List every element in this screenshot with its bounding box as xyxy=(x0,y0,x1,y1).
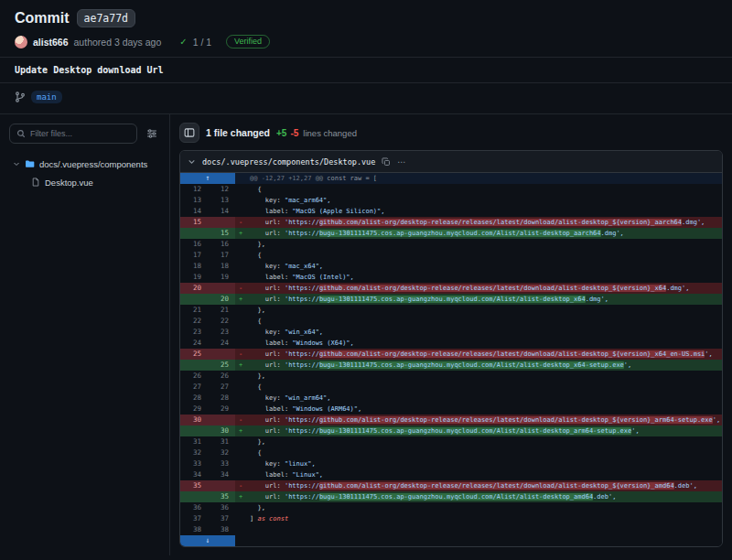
commit-count: 1 / 1 xyxy=(193,37,211,48)
old-line-number[interactable]: 21 xyxy=(180,305,208,316)
code-line: { xyxy=(235,184,722,195)
diff-row: 25- url: 'https://github.com/alist-org/d… xyxy=(180,349,722,360)
old-line-number[interactable]: 25 xyxy=(180,349,208,360)
collapse-chevron-icon[interactable] xyxy=(188,157,196,166)
lines-changed-label: lines changed xyxy=(303,128,357,138)
new-line-number[interactable]: 22 xyxy=(208,316,235,327)
commit-message: Update Desktop download Url xyxy=(0,57,732,83)
old-line-number[interactable]: 13 xyxy=(180,195,208,206)
expand-bottom-row: ↓ xyxy=(180,535,722,546)
new-line-number[interactable]: 21 xyxy=(208,305,235,316)
diff-row: 3737] as const xyxy=(180,513,722,524)
old-line-number[interactable] xyxy=(180,491,208,502)
new-line-number[interactable]: 30 xyxy=(208,425,235,436)
new-line-number[interactable] xyxy=(208,217,235,228)
new-line-number[interactable]: 26 xyxy=(208,371,235,382)
new-line-number[interactable]: 37 xyxy=(208,513,235,524)
new-line-number[interactable]: 36 xyxy=(208,502,235,513)
file-diff-card: docs/.vuepress/components/Desktop.vue ⋯ … xyxy=(179,150,723,547)
old-line-number[interactable]: 15 xyxy=(180,217,208,228)
new-line-number[interactable]: 29 xyxy=(208,404,235,415)
new-line-number[interactable]: 17 xyxy=(208,250,235,261)
new-line-number[interactable]: 35 xyxy=(208,491,235,502)
old-line-number[interactable]: 28 xyxy=(180,393,208,404)
new-line-number[interactable] xyxy=(208,480,235,491)
old-line-number[interactable]: 29 xyxy=(180,404,208,415)
new-line-number[interactable]: 38 xyxy=(208,524,235,535)
tree-file-row[interactable]: Desktop.vue xyxy=(9,173,162,191)
verified-badge[interactable]: Verified xyxy=(226,35,270,48)
old-line-number[interactable]: 31 xyxy=(180,436,208,447)
new-line-number[interactable]: 12 xyxy=(208,184,235,195)
old-line-number[interactable]: 16 xyxy=(180,239,208,250)
new-line-number[interactable]: 18 xyxy=(208,261,235,272)
new-line-number[interactable]: 34 xyxy=(208,469,235,480)
diff-table: ↑ @@ -12,27 +12,27 @@ const raw = [ 1212… xyxy=(180,173,722,546)
old-line-number[interactable]: 17 xyxy=(180,250,208,261)
new-line-number[interactable]: 28 xyxy=(208,393,235,404)
old-line-number[interactable]: 30 xyxy=(180,415,208,425)
old-line-number[interactable] xyxy=(180,425,208,436)
old-line-number[interactable]: 33 xyxy=(180,458,208,469)
old-line-number[interactable]: 19 xyxy=(180,272,208,283)
file-tree-toggle-button[interactable] xyxy=(179,123,199,143)
new-line-number[interactable] xyxy=(208,415,235,425)
file-menu-icon[interactable]: ⋯ xyxy=(397,157,406,167)
expand-down-button[interactable]: ↓ xyxy=(180,535,235,546)
expand-up-button[interactable]: ↑ xyxy=(180,173,235,184)
new-line-number[interactable]: 16 xyxy=(208,239,235,250)
tree-folder-row[interactable]: docs/.vuepress/components xyxy=(9,155,162,173)
file-filter-input[interactable] xyxy=(30,129,130,138)
old-line-number[interactable]: 18 xyxy=(180,261,208,272)
old-line-number[interactable]: 12 xyxy=(180,184,208,195)
old-line-number[interactable]: 26 xyxy=(180,371,208,382)
old-line-number[interactable]: 34 xyxy=(180,469,208,480)
code-line: + url: 'https://bugu-1301111475.cos.ap-g… xyxy=(235,360,722,371)
tree-folder-label: docs/.vuepress/components xyxy=(39,159,147,169)
avatar[interactable] xyxy=(15,36,27,48)
new-line-number[interactable]: 20 xyxy=(208,294,235,305)
old-line-number[interactable]: 22 xyxy=(180,316,208,327)
old-line-number[interactable]: 36 xyxy=(180,502,208,513)
diff-row: 20+ url: 'https://bugu-1301111475.cos.ap… xyxy=(180,294,722,305)
new-line-number[interactable]: 14 xyxy=(208,206,235,217)
old-line-number[interactable] xyxy=(180,294,208,305)
new-line-number[interactable] xyxy=(208,349,235,360)
new-line-number[interactable]: 27 xyxy=(208,382,235,393)
old-line-number[interactable]: 14 xyxy=(180,206,208,217)
file-filter-field[interactable] xyxy=(9,124,137,144)
new-line-number[interactable]: 15 xyxy=(208,228,235,239)
new-line-number[interactable] xyxy=(208,283,235,294)
old-line-number[interactable] xyxy=(180,228,208,239)
author-username[interactable]: alist666 xyxy=(33,37,69,48)
old-line-number[interactable]: 35 xyxy=(180,480,208,491)
old-line-number[interactable]: 23 xyxy=(180,327,208,338)
old-line-number[interactable] xyxy=(180,360,208,371)
page-title: Commit xyxy=(15,10,70,27)
code-line: - url: 'https://github.com/alist-org/des… xyxy=(235,217,722,228)
new-line-number[interactable]: 13 xyxy=(208,195,235,206)
commit-hash[interactable]: ae7a77d xyxy=(77,9,135,27)
copy-path-icon[interactable] xyxy=(382,157,391,167)
new-line-number[interactable]: 23 xyxy=(208,327,235,338)
new-line-number[interactable]: 24 xyxy=(208,338,235,349)
diff-row: 1919 label: "MacOS (Intel)", xyxy=(180,272,722,283)
code-line: ] as const xyxy=(235,513,722,524)
new-line-number[interactable]: 31 xyxy=(208,436,235,447)
old-line-number[interactable]: 27 xyxy=(180,382,208,393)
file-path[interactable]: docs/.vuepress/components/Desktop.vue xyxy=(202,157,375,167)
new-line-number[interactable]: 25 xyxy=(208,360,235,371)
files-changed-label: 1 file changed xyxy=(206,127,270,138)
old-line-number[interactable]: 32 xyxy=(180,447,208,458)
branch-name-badge[interactable]: main xyxy=(31,91,62,103)
old-line-number[interactable]: 37 xyxy=(180,513,208,524)
diff-summary-row: 1 file changed +5 -5 lines changed xyxy=(179,122,723,144)
diff-row: 1717 { xyxy=(180,250,722,261)
new-line-number[interactable]: 33 xyxy=(208,458,235,469)
new-line-number[interactable]: 19 xyxy=(208,272,235,283)
filter-options-button[interactable] xyxy=(142,124,162,144)
old-line-number[interactable]: 20 xyxy=(180,283,208,294)
old-line-number[interactable]: 38 xyxy=(180,524,208,535)
new-line-number[interactable]: 32 xyxy=(208,447,235,458)
old-line-number[interactable]: 24 xyxy=(180,338,208,349)
